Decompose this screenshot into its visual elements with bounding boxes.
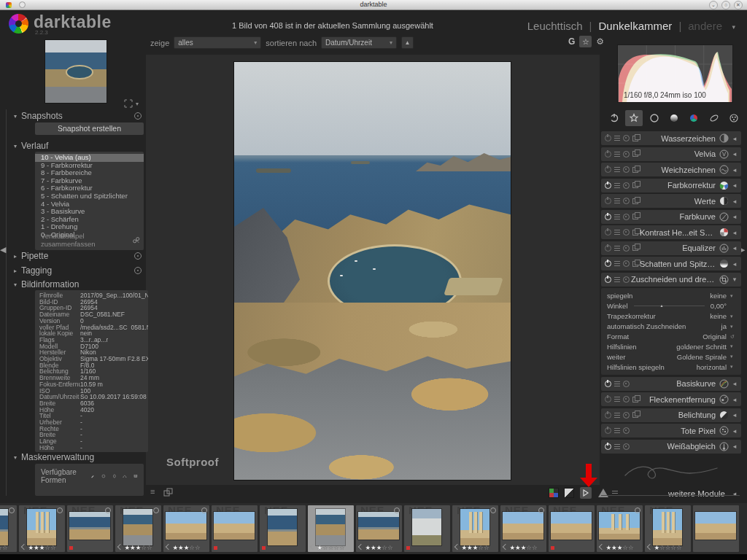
chevron-down-icon[interactable]: ▾ <box>730 343 735 349</box>
module-instance-icon[interactable] <box>632 397 638 402</box>
more-modules-row[interactable]: weitere Module◂ <box>601 488 741 499</box>
module-reset-icon[interactable] <box>623 135 630 141</box>
module-instance-icon[interactable] <box>632 230 638 236</box>
module-group-tab-effects[interactable] <box>725 110 743 126</box>
star-icon[interactable]: ☆ <box>195 544 201 551</box>
collapse-left-panel-arrow[interactable]: ◀ <box>0 245 6 254</box>
gear-icon[interactable]: ⚙ <box>596 36 604 47</box>
star-icon[interactable]: ★ <box>467 544 473 551</box>
module-presets-icon[interactable] <box>614 214 620 219</box>
collapse-icon[interactable]: ▾ <box>732 276 738 283</box>
module-reset-icon[interactable] <box>623 260 630 267</box>
section-pipette[interactable]: ▸Pipette <box>14 251 144 261</box>
filmstrip-thumbnail[interactable]: NEF <box>404 505 450 552</box>
module-reset-icon[interactable] <box>623 276 630 283</box>
module-group-tab-correction[interactable] <box>705 110 723 126</box>
expand-icon[interactable]: ◂ <box>732 443 738 450</box>
module-power-icon[interactable] <box>605 245 611 252</box>
module-power-icon[interactable] <box>605 412 611 419</box>
overexposed-warning-icon[interactable] <box>565 489 573 497</box>
presets-icon[interactable] <box>134 267 142 274</box>
filmstrip-thumbnail[interactable]: NEF <box>67 505 113 552</box>
module-reset-icon[interactable] <box>623 443 630 450</box>
module-presets-icon[interactable] <box>614 444 620 449</box>
module-power-icon[interactable] <box>605 182 611 189</box>
module-velvia[interactable]: VelviaV◂ <box>601 147 741 161</box>
module-power-icon[interactable] <box>605 198 611 204</box>
module-power-icon[interactable] <box>605 151 611 158</box>
history-item[interactable]: 5 - Schatten und Spitzlichter <box>35 192 144 201</box>
gamut-shortcut-icon[interactable]: G <box>568 36 575 47</box>
module-farbkorrektur[interactable]: Farbkorrektur◂ <box>601 179 741 192</box>
star-icon[interactable]: ☆ <box>50 544 56 551</box>
module-instance-icon[interactable] <box>632 167 638 173</box>
compress-history-row[interactable]: Verlaufsstapel zusammenfassen <box>41 232 140 248</box>
crop-option-slider[interactable]: Winkel0,00° <box>607 301 735 311</box>
navigation-thumbnail[interactable] <box>45 40 107 103</box>
filmstrip-thumbnail[interactable]: NEF <box>212 505 258 552</box>
expand-icon[interactable]: ◂ <box>732 244 738 252</box>
module-presets-icon[interactable] <box>614 277 620 282</box>
module-group-tab-favorites[interactable] <box>625 110 643 126</box>
module-instance-icon[interactable] <box>632 214 638 219</box>
chevron-down-icon[interactable]: ▾ <box>730 354 735 359</box>
star-icon[interactable]: ☆ <box>478 544 484 551</box>
module-power-icon[interactable] <box>605 443 611 450</box>
module-instance-icon[interactable] <box>632 136 638 141</box>
expand-icon[interactable]: ◂ <box>732 380 738 387</box>
section-history[interactable]: ▾Verlauf <box>14 141 144 151</box>
module-instance-icon[interactable] <box>632 245 638 251</box>
filmstrip-thumbnail[interactable]: NEF★★★☆☆ <box>19 505 65 552</box>
star-icon[interactable]: ☆ <box>382 544 387 551</box>
star-icon[interactable]: ☆ <box>322 544 328 551</box>
crop-option-select[interactable]: Hilfslinien spiegelnhorizontal▾ <box>607 362 735 372</box>
presets-icon[interactable] <box>134 252 142 260</box>
module-group-tab-basic[interactable] <box>646 110 663 126</box>
star-icon[interactable]: ★ <box>365 544 371 551</box>
module-instance-icon[interactable] <box>632 261 638 267</box>
filmstrip-thumbnail[interactable]: NEF★★★☆☆ <box>452 505 498 552</box>
star-icon[interactable]: ☆ <box>2 544 8 551</box>
star-icon[interactable]: ★ <box>515 544 521 551</box>
chevron-down-icon[interactable]: ▾ <box>730 314 735 319</box>
module-instance-icon[interactable] <box>632 198 638 204</box>
star-icon[interactable]: ☆ <box>339 544 345 551</box>
module-reset-icon[interactable] <box>623 214 630 220</box>
module-instance-icon[interactable] <box>632 412 638 418</box>
star-icon[interactable]: ★ <box>371 544 376 551</box>
filmstrip-thumbnail[interactable]: NEF★★★☆☆ <box>163 505 209 552</box>
expand-icon[interactable]: ◂ <box>732 213 738 220</box>
star-icon[interactable]: ★ <box>124 544 130 551</box>
module-presets-icon[interactable] <box>614 381 620 386</box>
sort-select[interactable]: Datum/Uhrzeit ▾ <box>321 36 397 49</box>
ellipse-shape-icon[interactable] <box>112 472 117 481</box>
module-reset-icon[interactable] <box>623 229 630 236</box>
star-icon[interactable]: ★ <box>172 544 178 551</box>
expand-icon[interactable]: ◂ <box>732 198 738 205</box>
expand-icon[interactable]: ◂ <box>732 166 738 174</box>
module-farbkurve[interactable]: Farbkurve◂ <box>601 210 741 224</box>
star-icon[interactable]: ★ <box>130 544 136 551</box>
module-reset-icon[interactable] <box>623 396 630 402</box>
module-reset-icon[interactable] <box>623 245 630 252</box>
module-power-icon[interactable] <box>605 135 611 141</box>
filmstrip-thumbnail[interactable]: ★☆☆☆☆ <box>308 505 354 552</box>
star-icon[interactable]: ★ <box>317 544 322 551</box>
pencil-icon[interactable] <box>90 472 95 481</box>
module-presets-icon[interactable] <box>614 198 620 203</box>
filmstrip-thumbnail[interactable]: NEF★★★☆☆ <box>115 505 161 552</box>
module-reset-icon[interactable] <box>623 427 630 434</box>
module-zuschneiden[interactable]: Zuschneiden und drehen▾ <box>601 273 741 287</box>
path-shape-icon[interactable] <box>123 472 127 481</box>
module-reset-icon[interactable] <box>623 166 630 173</box>
module-presets-icon[interactable] <box>614 397 620 402</box>
module-presets-icon[interactable] <box>614 261 620 266</box>
section-image-info[interactable]: ▾Bildinformation <box>14 279 144 289</box>
module-presets-icon[interactable] <box>614 152 620 157</box>
panel-resize-arrow[interactable]: ▲ <box>601 490 606 495</box>
star-rating[interactable]: ★★☆☆☆ <box>0 544 17 551</box>
module-reset-icon[interactable] <box>623 182 630 189</box>
tab-lighttable[interactable]: Leuchttisch <box>527 20 583 32</box>
star-icon[interactable]: ★ <box>34 544 39 551</box>
close-button[interactable]: ✕ <box>734 1 743 9</box>
